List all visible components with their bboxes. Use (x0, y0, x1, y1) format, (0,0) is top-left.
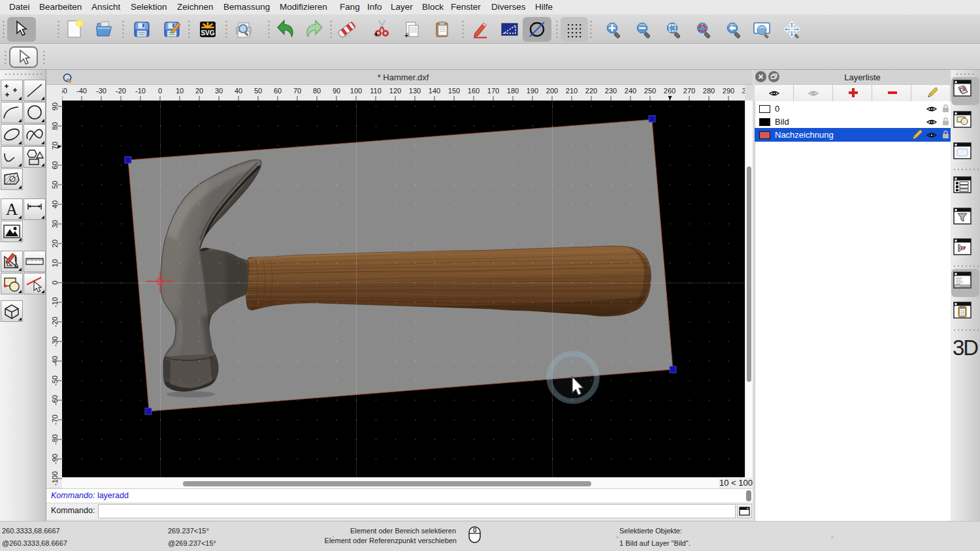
svg-text:50: 50 (254, 87, 262, 95)
svg-text:80: 80 (51, 122, 59, 130)
svg-text:80: 80 (313, 87, 321, 95)
svg-text:10: 10 (51, 259, 59, 267)
svg-text:70: 70 (293, 87, 301, 95)
svg-text:40: 40 (51, 200, 59, 208)
svg-text:120: 120 (389, 87, 401, 95)
svg-text:+: + (404, 31, 408, 39)
svg-text:130: 130 (409, 87, 421, 95)
svg-text:110: 110 (370, 87, 382, 95)
svg-text:170: 170 (487, 87, 499, 95)
svg-text:-10: -10 (135, 87, 146, 95)
svg-text:220: 220 (585, 87, 597, 95)
svg-text:60: 60 (274, 87, 282, 95)
svg-text:160: 160 (468, 87, 480, 95)
svg-text:40: 40 (235, 87, 242, 95)
svg-text:30: 30 (215, 87, 223, 95)
svg-text:20: 20 (195, 87, 203, 95)
svg-text:-100: -100 (51, 471, 59, 486)
svg-text:100: 100 (350, 87, 362, 95)
svg-text:-10: -10 (51, 297, 59, 307)
svg-text:90: 90 (51, 102, 59, 110)
svg-text:-20: -20 (116, 87, 126, 95)
svg-text:230: 230 (605, 87, 617, 95)
svg-text:+: + (374, 30, 378, 37)
svg-text:SVG: SVG (201, 29, 214, 37)
svg-text:300: 300 (742, 87, 745, 95)
svg-text:260: 260 (664, 87, 676, 95)
svg-text:190: 190 (527, 87, 538, 95)
svg-text:-40: -40 (51, 356, 59, 366)
svg-text:-30: -30 (96, 87, 106, 95)
svg-text:c command: c command (956, 285, 969, 288)
svg-text:290: 290 (723, 87, 734, 95)
svg-text:-30: -30 (51, 336, 59, 347)
svg-text:-60: -60 (51, 395, 59, 405)
svg-text:200: 200 (546, 87, 558, 95)
svg-text:-80: -80 (51, 434, 59, 445)
svg-text:240: 240 (625, 87, 636, 95)
svg-text:0: 0 (51, 281, 59, 285)
svg-text:-50: -50 (62, 87, 67, 95)
svg-text:280: 280 (703, 87, 715, 95)
svg-text:60: 60 (51, 161, 59, 169)
svg-text:210: 210 (566, 87, 578, 95)
svg-text:180: 180 (507, 87, 519, 95)
svg-text:20: 20 (51, 240, 59, 247)
svg-text:30: 30 (51, 220, 59, 228)
svg-text:270: 270 (683, 87, 695, 95)
svg-text:50: 50 (51, 181, 59, 189)
svg-text:A: A (6, 200, 18, 218)
svg-text:250: 250 (644, 87, 656, 95)
svg-text:-70: -70 (51, 415, 59, 425)
svg-text:-40: -40 (76, 87, 87, 95)
svg-text:140: 140 (429, 87, 440, 95)
svg-text:-20: -20 (51, 317, 59, 327)
svg-text:10: 10 (176, 87, 184, 95)
svg-text:0: 0 (158, 87, 162, 95)
svg-text:-50: -50 (51, 375, 59, 386)
svg-text:90: 90 (333, 87, 340, 95)
svg-text:150: 150 (448, 87, 460, 95)
svg-text:-90: -90 (51, 454, 59, 464)
